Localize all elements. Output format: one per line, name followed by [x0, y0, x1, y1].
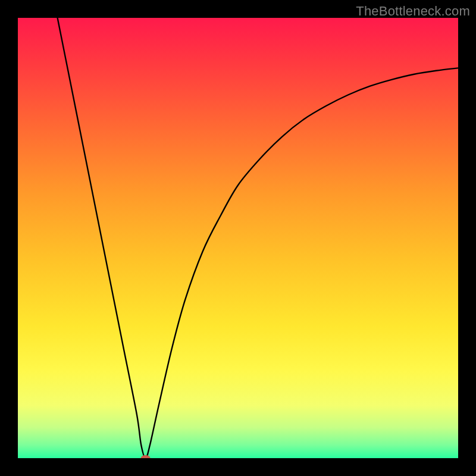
- chart-frame: TheBottleneck.com: [0, 0, 476, 476]
- gradient-background: [18, 18, 458, 458]
- plot-area: [18, 18, 458, 458]
- chart-svg: [18, 18, 458, 458]
- watermark-label: TheBottleneck.com: [356, 4, 470, 19]
